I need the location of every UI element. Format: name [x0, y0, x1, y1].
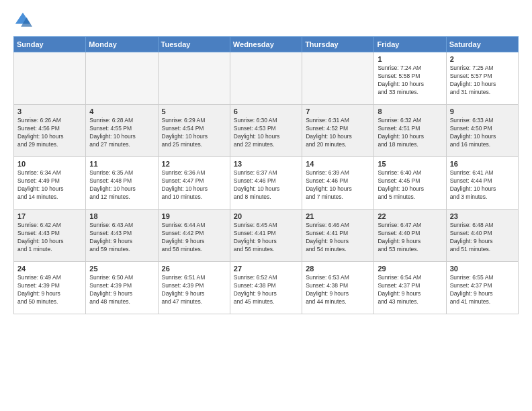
- day-number: 29: [378, 265, 442, 273]
- calendar-cell: 3Sunrise: 6:26 AM Sunset: 4:56 PM Daylig…: [14, 105, 86, 157]
- day-info: Sunrise: 6:29 AM Sunset: 4:54 PM Dayligh…: [162, 117, 226, 149]
- day-info: Sunrise: 6:54 AM Sunset: 4:37 PM Dayligh…: [378, 274, 442, 306]
- calendar-table: SundayMondayTuesdayWednesdayThursdayFrid…: [13, 36, 519, 314]
- calendar-cell: 21Sunrise: 6:46 AM Sunset: 4:41 PM Dayli…: [302, 210, 374, 262]
- day-info: Sunrise: 6:50 AM Sunset: 4:39 PM Dayligh…: [89, 274, 154, 306]
- day-number: 25: [89, 265, 154, 273]
- calendar-cell: 9Sunrise: 6:33 AM Sunset: 4:50 PM Daylig…: [446, 105, 518, 157]
- day-info: Sunrise: 6:37 AM Sunset: 4:46 PM Dayligh…: [234, 169, 298, 201]
- day-number: 23: [450, 212, 515, 220]
- day-info: Sunrise: 6:43 AM Sunset: 4:43 PM Dayligh…: [89, 222, 154, 254]
- day-number: 14: [306, 160, 370, 168]
- calendar-cell: 27Sunrise: 6:52 AM Sunset: 4:38 PM Dayli…: [230, 262, 302, 314]
- calendar-cell: 17Sunrise: 6:42 AM Sunset: 4:43 PM Dayli…: [14, 210, 86, 262]
- day-info: Sunrise: 6:31 AM Sunset: 4:52 PM Dayligh…: [306, 117, 370, 149]
- calendar-cell: 1Sunrise: 7:24 AM Sunset: 5:58 PM Daylig…: [374, 52, 446, 105]
- day-number: 6: [234, 107, 298, 116]
- day-number: 13: [234, 160, 298, 168]
- day-info: Sunrise: 6:47 AM Sunset: 4:40 PM Dayligh…: [378, 222, 442, 254]
- day-number: 4: [89, 107, 154, 116]
- calendar-cell: 6Sunrise: 6:30 AM Sunset: 4:53 PM Daylig…: [230, 105, 302, 157]
- calendar-cell: 29Sunrise: 6:54 AM Sunset: 4:37 PM Dayli…: [374, 262, 446, 314]
- calendar-cell: 7Sunrise: 6:31 AM Sunset: 4:52 PM Daylig…: [302, 105, 374, 157]
- calendar-week-4: 17Sunrise: 6:42 AM Sunset: 4:43 PM Dayli…: [14, 210, 519, 262]
- calendar-cell: 5Sunrise: 6:29 AM Sunset: 4:54 PM Daylig…: [158, 105, 230, 157]
- calendar-cell: [158, 52, 230, 105]
- calendar-cell: 11Sunrise: 6:35 AM Sunset: 4:48 PM Dayli…: [86, 157, 158, 210]
- day-number: 5: [162, 107, 226, 116]
- day-info: Sunrise: 6:51 AM Sunset: 4:39 PM Dayligh…: [162, 274, 226, 306]
- day-info: Sunrise: 6:42 AM Sunset: 4:43 PM Dayligh…: [17, 222, 82, 254]
- calendar-cell: 22Sunrise: 6:47 AM Sunset: 4:40 PM Dayli…: [374, 210, 446, 262]
- calendar-cell: 28Sunrise: 6:53 AM Sunset: 4:38 PM Dayli…: [302, 262, 374, 314]
- calendar-week-3: 10Sunrise: 6:34 AM Sunset: 4:49 PM Dayli…: [14, 157, 519, 210]
- calendar-cell: 20Sunrise: 6:45 AM Sunset: 4:41 PM Dayli…: [230, 210, 302, 262]
- day-number: 21: [306, 212, 370, 220]
- day-number: 22: [378, 212, 442, 220]
- day-info: Sunrise: 6:49 AM Sunset: 4:39 PM Dayligh…: [17, 274, 82, 306]
- calendar-cell: 23Sunrise: 6:48 AM Sunset: 4:40 PM Dayli…: [446, 210, 518, 262]
- calendar-cell: 25Sunrise: 6:50 AM Sunset: 4:39 PM Dayli…: [86, 262, 158, 314]
- day-number: 12: [162, 160, 226, 168]
- day-info: Sunrise: 7:24 AM Sunset: 5:58 PM Dayligh…: [378, 64, 442, 97]
- weekday-header-sunday: Sunday: [14, 37, 86, 52]
- calendar-cell: 2Sunrise: 7:25 AM Sunset: 5:57 PM Daylig…: [446, 52, 518, 105]
- calendar-cell: [14, 52, 86, 105]
- day-info: Sunrise: 6:32 AM Sunset: 4:51 PM Dayligh…: [378, 117, 442, 149]
- weekday-header-row: SundayMondayTuesdayWednesdayThursdayFrid…: [14, 37, 519, 52]
- calendar-cell: [302, 52, 374, 105]
- day-info: Sunrise: 6:28 AM Sunset: 4:55 PM Dayligh…: [89, 117, 154, 149]
- calendar-cell: [230, 52, 302, 105]
- day-info: Sunrise: 6:26 AM Sunset: 4:56 PM Dayligh…: [17, 117, 82, 149]
- day-number: 17: [17, 212, 82, 220]
- day-info: Sunrise: 6:52 AM Sunset: 4:38 PM Dayligh…: [234, 274, 298, 306]
- day-info: Sunrise: 6:55 AM Sunset: 4:37 PM Dayligh…: [450, 274, 515, 306]
- weekday-header-friday: Friday: [374, 37, 446, 52]
- day-info: Sunrise: 7:25 AM Sunset: 5:57 PM Dayligh…: [450, 64, 515, 97]
- day-number: 7: [306, 107, 370, 116]
- day-number: 8: [378, 107, 442, 116]
- day-number: 16: [450, 160, 515, 168]
- calendar-cell: 26Sunrise: 6:51 AM Sunset: 4:39 PM Dayli…: [158, 262, 230, 314]
- calendar-week-1: 1Sunrise: 7:24 AM Sunset: 5:58 PM Daylig…: [14, 52, 519, 105]
- day-info: Sunrise: 6:34 AM Sunset: 4:49 PM Dayligh…: [17, 169, 82, 201]
- day-info: Sunrise: 6:30 AM Sunset: 4:53 PM Dayligh…: [234, 117, 298, 149]
- page: SundayMondayTuesdayWednesdayThursdayFrid…: [0, 0, 532, 321]
- header-area: [13, 11, 519, 30]
- calendar-cell: 19Sunrise: 6:44 AM Sunset: 4:42 PM Dayli…: [158, 210, 230, 262]
- day-number: 26: [162, 265, 226, 273]
- day-number: 10: [17, 160, 82, 168]
- calendar-cell: 18Sunrise: 6:43 AM Sunset: 4:43 PM Dayli…: [86, 210, 158, 262]
- day-info: Sunrise: 6:40 AM Sunset: 4:45 PM Dayligh…: [378, 169, 442, 201]
- day-number: 18: [89, 212, 154, 220]
- day-info: Sunrise: 6:45 AM Sunset: 4:41 PM Dayligh…: [234, 222, 298, 254]
- calendar-cell: 14Sunrise: 6:39 AM Sunset: 4:46 PM Dayli…: [302, 157, 374, 210]
- calendar-week-2: 3Sunrise: 6:26 AM Sunset: 4:56 PM Daylig…: [14, 105, 519, 157]
- day-number: 27: [234, 265, 298, 273]
- day-number: 11: [89, 160, 154, 168]
- day-info: Sunrise: 6:53 AM Sunset: 4:38 PM Dayligh…: [306, 274, 370, 306]
- day-info: Sunrise: 6:36 AM Sunset: 4:47 PM Dayligh…: [162, 169, 226, 201]
- calendar-cell: 4Sunrise: 6:28 AM Sunset: 4:55 PM Daylig…: [86, 105, 158, 157]
- day-info: Sunrise: 6:44 AM Sunset: 4:42 PM Dayligh…: [162, 222, 226, 254]
- day-number: 24: [17, 265, 82, 273]
- day-info: Sunrise: 6:41 AM Sunset: 4:44 PM Dayligh…: [450, 169, 515, 201]
- calendar-cell: 16Sunrise: 6:41 AM Sunset: 4:44 PM Dayli…: [446, 157, 518, 210]
- logo-icon: [13, 11, 32, 30]
- logo: [13, 11, 35, 30]
- day-info: Sunrise: 6:35 AM Sunset: 4:48 PM Dayligh…: [89, 169, 154, 201]
- weekday-header-tuesday: Tuesday: [158, 37, 230, 52]
- calendar-cell: 24Sunrise: 6:49 AM Sunset: 4:39 PM Dayli…: [14, 262, 86, 314]
- day-info: Sunrise: 6:33 AM Sunset: 4:50 PM Dayligh…: [450, 117, 515, 149]
- calendar-cell: 12Sunrise: 6:36 AM Sunset: 4:47 PM Dayli…: [158, 157, 230, 210]
- day-info: Sunrise: 6:39 AM Sunset: 4:46 PM Dayligh…: [306, 169, 370, 201]
- day-info: Sunrise: 6:48 AM Sunset: 4:40 PM Dayligh…: [450, 222, 515, 254]
- weekday-header-monday: Monday: [86, 37, 158, 52]
- day-number: 30: [450, 265, 515, 273]
- calendar-cell: 15Sunrise: 6:40 AM Sunset: 4:45 PM Dayli…: [374, 157, 446, 210]
- calendar-week-5: 24Sunrise: 6:49 AM Sunset: 4:39 PM Dayli…: [14, 262, 519, 314]
- weekday-header-wednesday: Wednesday: [230, 37, 302, 52]
- day-info: Sunrise: 6:46 AM Sunset: 4:41 PM Dayligh…: [306, 222, 370, 254]
- day-number: 2: [450, 55, 515, 63]
- day-number: 15: [378, 160, 442, 168]
